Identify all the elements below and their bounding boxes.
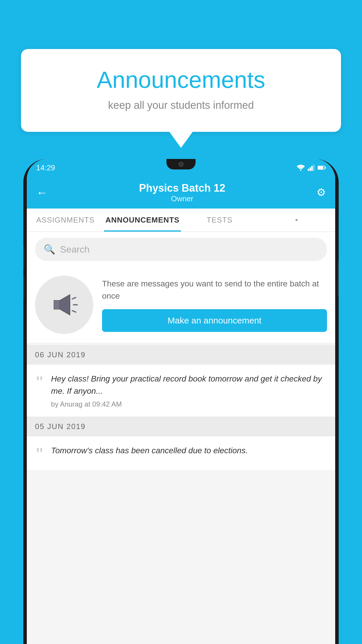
svg-rect-7 bbox=[325, 167, 326, 169]
volume-up-button[interactable] bbox=[23, 246, 24, 270]
speech-bubble: Announcements keep all your students inf… bbox=[21, 49, 341, 132]
promo-icon-circle bbox=[35, 276, 93, 334]
announcement-promo: These are messages you want to send to t… bbox=[27, 267, 335, 345]
announcement-text-wrap-2: Tomorrow's class has been cancelled due … bbox=[51, 444, 327, 460]
announcement-text-wrap-1: Hey class! Bring your practical record b… bbox=[51, 373, 327, 408]
svg-rect-2 bbox=[310, 167, 311, 171]
make-announcement-button[interactable]: Make an announcement bbox=[102, 309, 327, 332]
tabs-bar: ASSIGNMENTS ANNOUNCEMENTS TESTS • bbox=[27, 209, 335, 232]
volume-down-button[interactable] bbox=[23, 276, 24, 299]
search-placeholder: Search bbox=[60, 244, 89, 255]
announcement-text-1: Hey class! Bring your practical record b… bbox=[51, 373, 327, 397]
phone-screen: 14:29 bbox=[27, 159, 335, 644]
promo-description: These are messages you want to send to t… bbox=[102, 278, 327, 302]
tab-more[interactable]: • bbox=[258, 209, 335, 232]
app-bar: ← Physics Batch 12 Owner ⚙ bbox=[27, 176, 335, 209]
megaphone-icon bbox=[50, 290, 79, 319]
speech-bubble-arrow bbox=[169, 132, 193, 148]
tab-assignments[interactable]: ASSIGNMENTS bbox=[27, 209, 104, 232]
announcement-text-2: Tomorrow's class has been cancelled due … bbox=[51, 444, 327, 457]
svg-rect-3 bbox=[311, 166, 313, 171]
search-bar[interactable]: 🔍 Search bbox=[35, 238, 327, 261]
wifi-icon bbox=[297, 164, 305, 171]
hero-section: Announcements keep all your students inf… bbox=[21, 49, 341, 148]
status-bar: 14:29 bbox=[27, 159, 335, 176]
svg-rect-1 bbox=[308, 169, 309, 171]
svg-rect-4 bbox=[313, 164, 314, 171]
announcement-meta-1: by Anurag at 09:42 AM bbox=[51, 400, 327, 408]
status-icons bbox=[297, 164, 326, 171]
power-button[interactable] bbox=[338, 261, 339, 296]
signal-icon bbox=[308, 164, 315, 171]
svg-rect-6 bbox=[318, 166, 323, 169]
promo-content: These are messages you want to send to t… bbox=[102, 278, 327, 332]
hero-title: Announcements bbox=[44, 66, 318, 93]
batch-title: Physics Batch 12 bbox=[48, 182, 317, 194]
svg-line-12 bbox=[72, 311, 76, 312]
battery-icon bbox=[318, 165, 326, 171]
search-icon: 🔍 bbox=[44, 244, 55, 255]
announcement-item-2[interactable]: " Tomorrow's class has been cancelled du… bbox=[27, 436, 335, 470]
svg-point-0 bbox=[300, 169, 302, 171]
hero-subtitle: keep all your students informed bbox=[44, 99, 318, 111]
batch-subtitle: Owner bbox=[48, 194, 317, 203]
announcement-item-1[interactable]: " Hey class! Bring your practical record… bbox=[27, 365, 335, 417]
date-divider-2: 05 JUN 2019 bbox=[27, 417, 335, 436]
camera bbox=[178, 162, 184, 167]
back-button[interactable]: ← bbox=[36, 186, 48, 199]
quote-icon-2: " bbox=[35, 446, 44, 462]
search-container: 🔍 Search bbox=[27, 232, 335, 267]
status-time: 14:29 bbox=[36, 163, 55, 172]
settings-icon[interactable]: ⚙ bbox=[317, 186, 326, 199]
notch bbox=[166, 159, 196, 169]
tab-tests[interactable]: TESTS bbox=[181, 209, 258, 232]
svg-rect-9 bbox=[54, 300, 59, 309]
quote-icon-1: " bbox=[35, 374, 44, 390]
app-bar-center: Physics Batch 12 Owner bbox=[48, 182, 317, 203]
svg-line-10 bbox=[72, 298, 76, 299]
tab-announcements[interactable]: ANNOUNCEMENTS bbox=[104, 209, 181, 232]
phone-frame: 14:29 bbox=[23, 159, 339, 644]
date-divider-1: 06 JUN 2019 bbox=[27, 345, 335, 365]
